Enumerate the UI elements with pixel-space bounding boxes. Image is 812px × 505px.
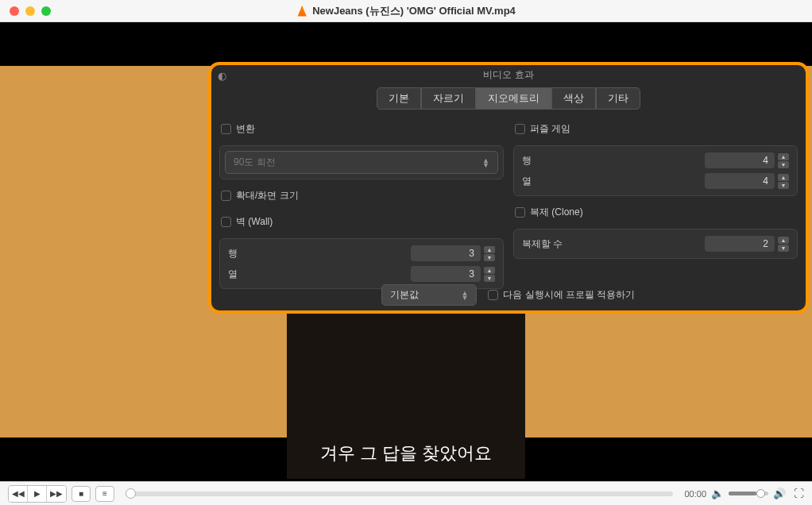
wall-checkbox[interactable] — [221, 217, 231, 227]
puzzle-rows-label: 행 — [522, 154, 532, 168]
panel-indicator-icon: ◐ — [218, 70, 226, 82]
effects-tabs: 기본 자르기 지오메트리 색상 기타 — [211, 87, 806, 110]
puzzle-checkbox[interactable] — [515, 124, 525, 134]
clone-count-label: 복제할 수 — [522, 237, 563, 251]
wall-cols-label: 열 — [228, 268, 238, 281]
volume-slider[interactable] — [729, 492, 768, 495]
tab-basic[interactable]: 기본 — [377, 87, 421, 110]
wall-rows-input[interactable]: 3 — [411, 245, 481, 261]
wall-rows-down[interactable]: ▼ — [484, 254, 495, 261]
seek-thumb[interactable] — [126, 488, 136, 499]
minimize-window-button[interactable] — [25, 6, 35, 16]
clone-count-input[interactable]: 2 — [705, 236, 775, 252]
time-display: 00:00 — [684, 489, 706, 499]
panel-title: 비디오 효과 — [211, 65, 806, 84]
wall-cols-down[interactable]: ▼ — [484, 275, 495, 282]
tab-crop[interactable]: 자르기 — [421, 87, 476, 110]
wall-label: 벽 (Wall) — [236, 215, 273, 229]
tab-other[interactable]: 기타 — [596, 87, 640, 110]
puzzle-cols-up[interactable]: ▲ — [778, 174, 789, 181]
stop-button[interactable]: ■ — [72, 486, 91, 502]
puzzle-rows-input[interactable]: 4 — [705, 152, 775, 168]
wall-rows-label: 행 — [228, 247, 238, 260]
transform-checkbox[interactable] — [221, 124, 231, 134]
vlc-icon — [296, 6, 307, 17]
mute-icon[interactable]: 🔈 — [711, 488, 724, 499]
tab-geometry[interactable]: 지오메트리 — [476, 87, 551, 110]
close-window-button[interactable] — [10, 6, 19, 16]
wall-rows-up[interactable]: ▲ — [484, 246, 495, 253]
zoom-label: 확대/화면 크기 — [236, 189, 299, 202]
window-title: NewJeans (뉴진스) 'OMG' Official MV.mp4 — [312, 4, 516, 18]
seek-slider[interactable] — [126, 492, 673, 496]
play-button[interactable]: ▶ — [28, 486, 47, 502]
playlist-button[interactable]: ≡ — [95, 486, 114, 502]
puzzle-rows-up[interactable]: ▲ — [778, 153, 789, 160]
window-titlebar: NewJeans (뉴진스) 'OMG' Official MV.mp4 — [0, 0, 812, 22]
clone-count-up[interactable]: ▲ — [778, 237, 789, 244]
volume-icon[interactable]: 🔊 — [773, 488, 786, 499]
wall-cols-up[interactable]: ▲ — [484, 267, 495, 274]
video-effects-panel: ◐ 비디오 효과 기본 자르기 지오메트리 색상 기타 변환 90도 회전 ▲▼ — [208, 62, 809, 314]
puzzle-cols-down[interactable]: ▼ — [778, 182, 789, 189]
profile-select[interactable]: 기본값 ▲▼ — [381, 284, 477, 306]
maximize-window-button[interactable] — [41, 6, 51, 16]
wall-cols-input[interactable]: 3 — [411, 266, 481, 282]
zoom-checkbox[interactable] — [221, 191, 231, 201]
tab-color[interactable]: 색상 — [551, 87, 596, 110]
transform-select[interactable]: 90도 회전 ▲▼ — [225, 151, 498, 174]
puzzle-rows-down[interactable]: ▼ — [778, 161, 789, 168]
playback-controls: ◀◀ ▶ ▶▶ ■ ≡ 00:00 🔈 🔊 ⛶ — [0, 481, 812, 505]
clone-count-down[interactable]: ▼ — [778, 245, 789, 252]
subtitle-text: 겨우 그 답을 찾았어요 — [320, 441, 492, 465]
apply-next-checkbox[interactable] — [488, 290, 498, 300]
volume-thumb[interactable] — [756, 489, 765, 498]
previous-button[interactable]: ◀◀ — [9, 486, 28, 502]
apply-next-label: 다음 실행시에 프로필 적용하기 — [503, 288, 635, 302]
fullscreen-icon[interactable]: ⛶ — [794, 488, 804, 499]
video-area: 겨우 그 답을 찾았어요 ◐ 비디오 효과 기본 자르기 지오메트리 색상 기타… — [0, 22, 812, 481]
puzzle-label: 퍼즐 게임 — [530, 122, 570, 136]
transform-label: 변환 — [236, 122, 255, 136]
clone-checkbox[interactable] — [515, 207, 525, 218]
clone-label: 복제 (Clone) — [530, 206, 583, 219]
next-button[interactable]: ▶▶ — [47, 486, 66, 502]
puzzle-cols-label: 열 — [522, 175, 532, 188]
puzzle-cols-input[interactable]: 4 — [705, 173, 775, 189]
